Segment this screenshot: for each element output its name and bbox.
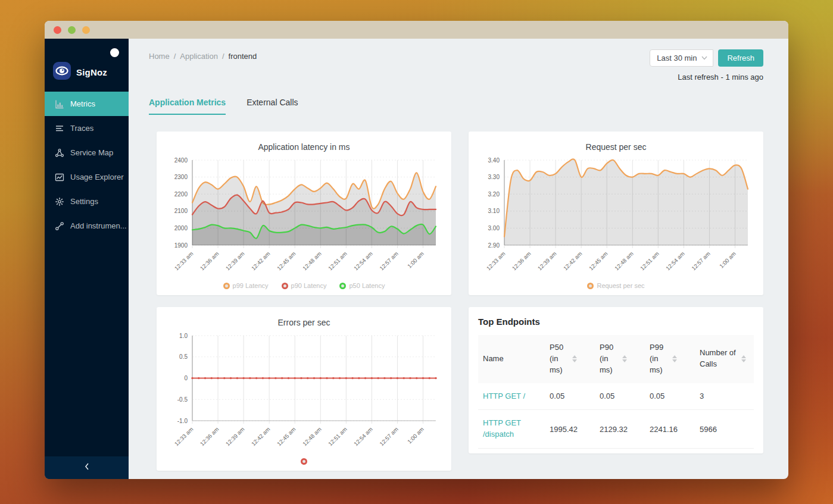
legend-item[interactable]: p50 Latency (339, 282, 385, 289)
gear-icon (55, 197, 64, 206)
tabs: Application MetricsExternal Calls (149, 98, 763, 115)
svg-text:12:51 am: 12:51 am (639, 251, 660, 272)
svg-text:12:54 am: 12:54 am (352, 251, 374, 272)
chevron-down-icon (701, 55, 707, 61)
svg-text:12:45 am: 12:45 am (588, 251, 609, 272)
column-header-p90-in-ms-[interactable]: P90 (in ms) (595, 335, 645, 383)
sidebar-item-label: Usage Explorer (70, 173, 124, 181)
breadcrumb-item-home[interactable]: Home (149, 52, 170, 61)
svg-text:12:33 am: 12:33 am (173, 426, 195, 447)
sidebar-item-add-instrumen[interactable]: Add instrumen... (45, 214, 129, 238)
list-icon (55, 124, 64, 133)
svg-text:12:48 am: 12:48 am (301, 251, 323, 272)
tab-application-metrics[interactable]: Application Metrics (149, 98, 226, 115)
sort-carets-icon[interactable] (572, 355, 577, 362)
sort-carets-icon[interactable] (741, 355, 746, 362)
svg-text:0: 0 (184, 375, 188, 381)
tab-external-calls[interactable]: External Calls (247, 98, 298, 115)
time-range-value: Last 30 min (657, 54, 697, 62)
column-label: Name (483, 353, 504, 365)
time-range-select[interactable]: Last 30 min (650, 49, 713, 67)
panels-grid: Application latency in ms 19002000210022… (157, 132, 763, 471)
breadcrumb-separator: / (174, 52, 176, 61)
legend-ring-icon (223, 283, 230, 289)
legend-item[interactable]: p90 Latency (282, 282, 327, 289)
column-label: P50 (in ms) (550, 342, 567, 376)
svg-text:2200: 2200 (174, 191, 188, 198)
legend-label: p90 Latency (291, 282, 327, 289)
svg-text:12:42 am: 12:42 am (250, 426, 272, 447)
breadcrumb-item-application[interactable]: Application (180, 52, 218, 61)
svg-text:12:54 am: 12:54 am (664, 251, 686, 272)
sidebar-item-usage-explorer[interactable]: Usage Explorer (45, 165, 129, 189)
signoz-logo-icon (53, 62, 71, 82)
legend-item[interactable] (301, 458, 307, 465)
column-label: P99 (in ms) (650, 342, 667, 376)
table-cell: 0.05 (645, 383, 695, 410)
minimize-window-button[interactable] (68, 26, 76, 34)
svg-text:2100: 2100 (174, 208, 188, 214)
bar-chart-icon (55, 99, 64, 109)
graph-icon (55, 148, 64, 158)
sidebar-item-traces[interactable]: Traces (45, 116, 129, 140)
svg-text:-1.0: -1.0 (177, 418, 188, 424)
close-window-button[interactable] (54, 26, 61, 34)
legend-item[interactable]: Request per sec (587, 282, 644, 289)
svg-text:12:45 am: 12:45 am (276, 426, 297, 447)
breadcrumb: Home/Application/frontend (149, 49, 257, 61)
panel-request-per-sec: Request per sec 2.903.003.103.203.303.40… (469, 132, 763, 295)
svg-text:12:42 am: 12:42 am (562, 251, 584, 272)
endpoint-link[interactable]: HTTP GET /dispatch (478, 410, 545, 449)
errors-per-sec-chart[interactable]: -1.0-0.500.51.012:33 am12:36 am12:39 am1… (166, 331, 442, 453)
brand[interactable]: SigNoz (45, 57, 129, 92)
sidebar-item-service-map[interactable]: Service Map (45, 140, 129, 165)
request-per-sec-chart[interactable]: 2.903.003.103.203.303.4012:33 am12:36 am… (478, 155, 754, 277)
breadcrumb-separator: / (222, 52, 224, 61)
column-header-p50-in-ms-[interactable]: P50 (in ms) (545, 335, 595, 383)
errors-per-sec-chart-legend[interactable] (166, 455, 442, 467)
sidebar-menu: MetricsTracesService MapUsage ExplorerSe… (45, 92, 129, 238)
legend-item[interactable]: p99 Latency (223, 282, 269, 289)
sidebar-collapse-trigger[interactable] (45, 456, 129, 479)
app-window: SigNoz MetricsTracesService MapUsage Exp… (45, 21, 788, 479)
sidebar-item-settings[interactable]: Settings (45, 189, 129, 214)
svg-text:0.5: 0.5 (179, 353, 188, 360)
table-cell: 1995.42 (545, 410, 595, 449)
legend-ring-icon (587, 283, 594, 289)
window-titlebar[interactable] (45, 21, 788, 39)
refresh-button[interactable]: Refresh (718, 49, 763, 67)
svg-text:3.00: 3.00 (488, 225, 500, 231)
latency-chart-legend[interactable]: p99 Latencyp90 Latencyp50 Latency (166, 280, 442, 292)
panel-title: Request per sec (478, 142, 754, 152)
endpoint-link[interactable]: HTTP GET / (478, 383, 545, 410)
svg-text:12:48 am: 12:48 am (613, 251, 635, 272)
request-per-sec-chart-legend[interactable]: Request per sec (478, 280, 754, 292)
sidebar-item-label: Metrics (70, 99, 95, 108)
legend-ring-icon (282, 283, 288, 289)
sidebar-item-label: Traces (70, 124, 93, 133)
column-header-name: Name (478, 335, 545, 383)
panel-errors-per-sec: Errors per sec -1.0-0.500.51.012:33 am12… (157, 307, 451, 471)
sort-carets-icon[interactable] (622, 355, 627, 362)
column-header-p99-in-ms-[interactable]: P99 (in ms) (645, 335, 695, 383)
svg-text:1.0: 1.0 (179, 333, 188, 339)
column-header-number-of-calls[interactable]: Number of Calls (695, 335, 754, 383)
column-label: Number of Calls (700, 348, 737, 370)
zoom-window-button[interactable] (82, 26, 90, 34)
sidebar-item-label: Settings (70, 197, 98, 206)
sidebar-item-metrics[interactable]: Metrics (45, 92, 129, 116)
theme-toggle[interactable] (110, 48, 119, 57)
table-cell: 2129.32 (595, 410, 645, 449)
svg-text:12:57 am: 12:57 am (378, 251, 400, 272)
latency-chart[interactable]: 19002000210022002300240012:33 am12:36 am… (166, 155, 442, 277)
svg-text:12:42 am: 12:42 am (250, 251, 272, 272)
svg-text:12:57 am: 12:57 am (378, 426, 400, 447)
svg-text:12:33 am: 12:33 am (173, 251, 195, 272)
panel-title: Application latency in ms (166, 142, 442, 152)
panel-application-latency: Application latency in ms 19002000210022… (157, 132, 451, 295)
svg-text:12:36 am: 12:36 am (199, 426, 220, 447)
legend-ring-icon (339, 283, 346, 289)
breadcrumb-item-frontend: frontend (229, 52, 257, 61)
sort-carets-icon[interactable] (672, 355, 677, 362)
svg-text:12:57 am: 12:57 am (690, 251, 712, 272)
